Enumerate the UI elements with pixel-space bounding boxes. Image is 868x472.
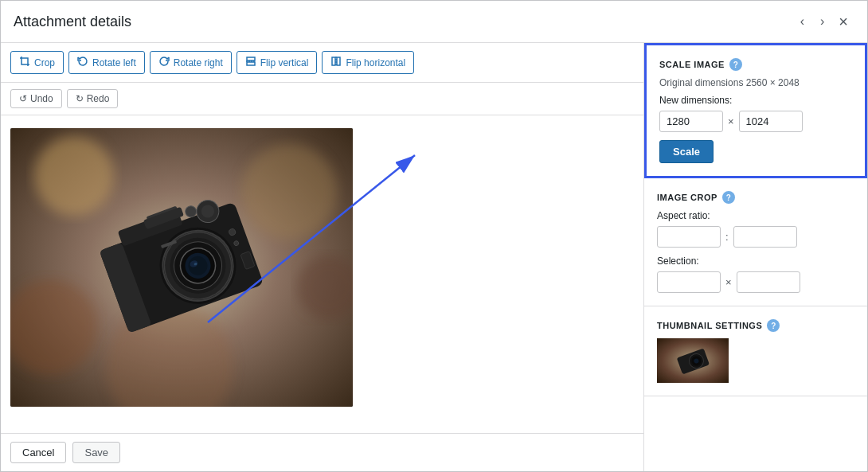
flip-horizontal-icon (330, 56, 342, 69)
prev-button[interactable]: ‹ (794, 12, 811, 31)
cancel-button[interactable]: Cancel (10, 442, 66, 463)
rotate-right-button[interactable]: Rotate right (150, 51, 232, 74)
modal-navigation: ‹ › (794, 12, 831, 31)
modal-header: Attachment details ‹ › × (1, 1, 867, 43)
aspect-width-input[interactable] (657, 226, 721, 248)
image-preview (10, 128, 353, 407)
scale-image-header: SCALE IMAGE ? (659, 58, 852, 71)
undo-icon: ↺ (19, 93, 27, 104)
selection-separator: × (725, 276, 732, 288)
save-button[interactable]: Save (72, 442, 120, 463)
image-crop-title: IMAGE CROP (657, 193, 717, 202)
modal-title: Attachment details (14, 14, 131, 30)
crop-help-icon[interactable]: ? (722, 191, 735, 204)
scale-separator: × (728, 115, 734, 127)
rotate-right-icon (158, 56, 170, 69)
scale-help-icon[interactable]: ? (729, 58, 742, 71)
editor-area: Crop Rotate left (1, 43, 644, 471)
new-dimensions-label: New dimensions: (659, 95, 852, 106)
selection-height-input[interactable] (737, 271, 800, 293)
selection-inputs: × (657, 271, 854, 293)
close-button[interactable]: × (832, 10, 854, 33)
flip-vertical-icon (245, 56, 256, 69)
scale-image-title: SCALE IMAGE (659, 60, 725, 69)
image-toolbar: Crop Rotate left (1, 43, 643, 83)
svg-rect-4 (337, 57, 340, 65)
aspect-ratio-inputs: : (657, 226, 854, 248)
redo-button[interactable]: ↻ Redo (67, 89, 119, 108)
aspect-separator: : (725, 231, 729, 243)
thumbnail-help-icon[interactable]: ? (767, 319, 780, 332)
right-panel: SCALE IMAGE ? Original dimensions 2560 ×… (644, 43, 867, 471)
crop-icon (19, 56, 30, 69)
thumbnail-preview-image (657, 338, 729, 383)
svg-rect-0 (247, 57, 255, 60)
scale-width-input[interactable] (659, 111, 723, 132)
svg-point-8 (241, 144, 337, 240)
attachment-details-modal: Attachment details ‹ › × Crop (0, 0, 868, 472)
undo-redo-row: ↺ Undo ↻ Redo (1, 83, 643, 115)
aspect-ratio-label: Aspect ratio: (657, 210, 854, 221)
original-dimensions-label: Original dimensions 2560 × 2048 (659, 77, 852, 88)
thumbnail-settings-section: THUMBNAIL SETTINGS ? (644, 306, 867, 396)
selection-label: Selection: (657, 256, 854, 267)
rotate-left-icon (77, 56, 88, 69)
scale-button[interactable]: Scale (659, 140, 714, 163)
image-canvas-area (1, 115, 643, 433)
image-crop-section: IMAGE CROP ? Aspect ratio: : Selection: … (644, 178, 867, 306)
image-crop-header: IMAGE CROP ? (657, 191, 854, 204)
rotate-left-button[interactable]: Rotate left (68, 51, 145, 74)
scale-image-section: SCALE IMAGE ? Original dimensions 2560 ×… (644, 43, 867, 178)
footer-actions: Cancel Save (1, 433, 643, 471)
thumbnail-settings-title: THUMBNAIL SETTINGS (657, 321, 762, 330)
redo-icon: ↻ (76, 93, 84, 104)
modal-body: Crop Rotate left (1, 43, 867, 471)
svg-rect-1 (247, 62, 255, 65)
svg-point-7 (34, 136, 114, 216)
flip-horizontal-button[interactable]: Flip horizontal (322, 51, 414, 74)
crop-button[interactable]: Crop (10, 51, 64, 74)
undo-button[interactable]: ↺ Undo (10, 89, 62, 108)
thumbnail-settings-header: THUMBNAIL SETTINGS ? (657, 319, 854, 332)
next-button[interactable]: › (814, 12, 831, 31)
selection-width-input[interactable] (657, 271, 721, 293)
svg-rect-3 (332, 57, 335, 65)
dimensions-inputs: × (659, 111, 852, 132)
aspect-height-input[interactable] (733, 226, 797, 248)
flip-vertical-button[interactable]: Flip vertical (237, 51, 318, 74)
scale-height-input[interactable] (739, 111, 803, 132)
